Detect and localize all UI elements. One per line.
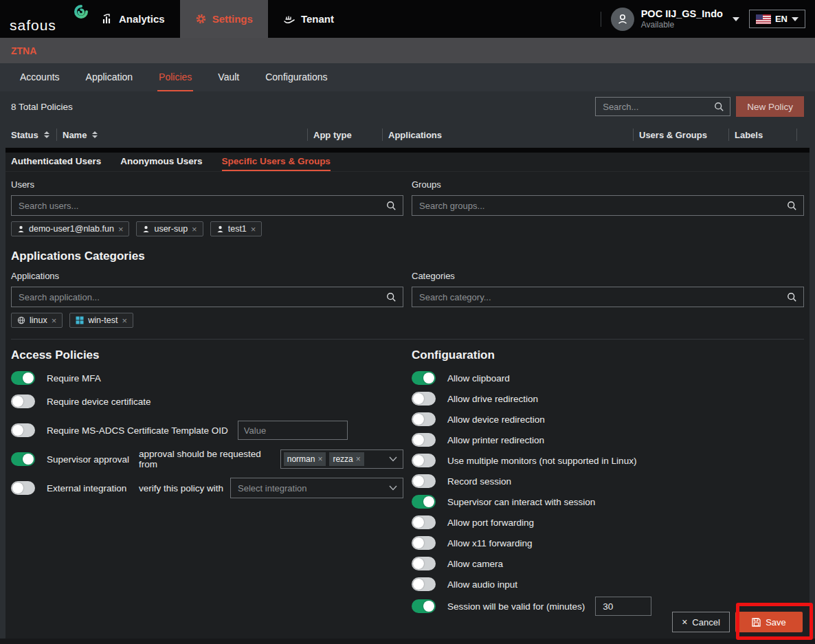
remove-chip-icon[interactable]: × xyxy=(52,316,57,325)
tab-anonymous-users[interactable]: Anonymous Users xyxy=(120,153,202,171)
groups-search-input[interactable] xyxy=(412,201,803,211)
toggle-allow-clipboard[interactable] xyxy=(412,371,436,385)
new-policy-button[interactable]: New Policy xyxy=(736,96,804,117)
remove-chip-icon[interactable]: × xyxy=(317,454,322,464)
config-row-record-session: Record session xyxy=(412,473,804,489)
language-selector[interactable]: EN xyxy=(749,10,805,28)
nav-tenant[interactable]: Tenant xyxy=(268,0,349,38)
save-button[interactable]: Save xyxy=(735,612,803,632)
configuration-column: Configuaration Allow clipboard Allow dri… xyxy=(412,340,804,620)
hand-icon xyxy=(283,13,295,25)
sort-icon xyxy=(44,131,49,138)
nav-settings[interactable]: Settings xyxy=(180,0,268,38)
subnav-tab-vault[interactable]: Vault xyxy=(216,63,241,91)
groups-label: Groups xyxy=(412,179,804,190)
chevron-down-icon xyxy=(792,17,799,21)
chevron-down-icon[interactable] xyxy=(733,17,739,21)
panel-top-strip xyxy=(5,148,810,153)
toggle-x11-forwarding[interactable] xyxy=(412,536,436,550)
column-separator xyxy=(796,129,797,141)
gear-icon xyxy=(195,13,207,25)
panel-content: Users demo-user1@nlab.fu xyxy=(5,172,810,620)
supervisor-chip: rezza × xyxy=(329,452,364,466)
toggle-allow-audio-input[interactable] xyxy=(412,577,436,591)
policy-row-supervisor-approval: Supervisor approval approval should be r… xyxy=(11,445,403,473)
sort-icon xyxy=(92,131,98,138)
toggle-require-mfa[interactable] xyxy=(11,371,35,385)
cancel-button[interactable]: × Cancel xyxy=(672,612,730,632)
user-chips: demo-user1@nlab.fun × user-sup × xyxy=(11,221,403,236)
users-search-input[interactable] xyxy=(12,201,403,211)
policies-toolbar: 8 Total Policies New Policy xyxy=(0,91,815,122)
remove-chip-icon[interactable]: × xyxy=(122,316,127,325)
subnav-tab-policies[interactable]: Policies xyxy=(157,63,193,91)
column-separator xyxy=(307,129,308,141)
toggle-session-valid[interactable] xyxy=(412,599,436,613)
toggle-allow-drive-redirection[interactable] xyxy=(412,392,436,406)
remove-chip-icon[interactable]: × xyxy=(192,225,197,234)
navbar-right: POC IIJ_GS_Indo Available EN xyxy=(601,0,815,38)
avatar[interactable] xyxy=(611,8,634,31)
toggle-supervisor-interact[interactable] xyxy=(412,495,436,509)
tab-authenticated-users[interactable]: Authenticated Users xyxy=(11,153,101,171)
toggle-external-integration[interactable] xyxy=(11,481,35,495)
toggle-ms-adcs[interactable] xyxy=(11,423,35,437)
session-minutes-input[interactable] xyxy=(595,597,651,616)
column-labels: Labels xyxy=(735,130,791,140)
nav-label: Tenant xyxy=(301,13,334,25)
total-policies-label: 8 Total Policies xyxy=(11,102,73,112)
column-separator xyxy=(382,129,383,141)
user-chip: test1 × xyxy=(210,221,263,236)
policy-editor-panel: Authenticated Users Anonymous Users Spec… xyxy=(5,148,810,639)
toggle-allow-camera[interactable] xyxy=(412,557,436,570)
policy-row-ms-adcs: Require MS-ADCS Certificate Template OID xyxy=(11,417,403,444)
remove-chip-icon[interactable]: × xyxy=(356,454,361,464)
config-row-x11-forwarding: Allow x11 forwarding xyxy=(412,535,804,551)
brand-logo[interactable]: safous xyxy=(0,0,87,38)
subnav-tab-application[interactable]: Application xyxy=(85,63,135,91)
toggle-record-session[interactable] xyxy=(412,474,436,488)
toggle-port-forwarding[interactable] xyxy=(412,515,436,529)
policies-search xyxy=(595,97,730,116)
applications-search-input[interactable] xyxy=(12,292,403,302)
column-users-groups: Users & Groups xyxy=(639,130,723,140)
user-menu[interactable]: POC IIJ_GS_Indo Available xyxy=(641,8,723,30)
toggle-device-certificate[interactable] xyxy=(11,395,35,408)
configuration-heading: Configuaration xyxy=(412,348,804,362)
supervisor-multiselect[interactable]: norman × rezza × xyxy=(280,449,403,469)
person-icon xyxy=(216,225,224,233)
tab-specific-users-groups[interactable]: Specific Users & Groups xyxy=(222,153,331,171)
chevron-down-icon xyxy=(389,485,397,491)
remove-chip-icon[interactable]: × xyxy=(118,225,124,234)
panel-footer: × Cancel Save xyxy=(672,612,803,632)
module-bar: ZTNA xyxy=(0,38,815,63)
ms-adcs-oid-input[interactable] xyxy=(238,421,348,440)
integration-select[interactable]: Select integration xyxy=(230,478,403,498)
subnav-tab-accounts[interactable]: Accounts xyxy=(19,63,61,91)
users-column: Users demo-user1@nlab.fu xyxy=(11,172,403,236)
toggle-allow-device-redirection[interactable] xyxy=(412,412,436,426)
person-icon xyxy=(142,225,150,233)
subnav-tab-configurations[interactable]: Configurations xyxy=(264,63,328,91)
categories-search-input[interactable] xyxy=(412,292,803,302)
column-separator xyxy=(56,129,57,141)
config-row-multiple-monitors: Use multiple monitors (not supported in … xyxy=(412,452,804,469)
search-icon xyxy=(787,292,797,302)
toggle-supervisor-approval[interactable] xyxy=(11,452,35,466)
close-icon: × xyxy=(682,617,687,627)
column-status[interactable]: Status xyxy=(11,130,51,140)
user-chip: demo-user1@nlab.fun × xyxy=(11,221,129,236)
page: safous Analytics Settings Tenant xyxy=(0,0,815,644)
search-icon xyxy=(386,201,397,211)
globe-icon xyxy=(17,316,25,324)
remove-chip-icon[interactable]: × xyxy=(251,225,256,234)
categories-label: Categories xyxy=(412,271,804,281)
bar-chart-icon xyxy=(102,13,113,25)
search-icon xyxy=(787,201,797,211)
column-name[interactable]: Name xyxy=(63,130,302,140)
policy-row-require-mfa: Require MFA xyxy=(11,370,403,386)
users-search xyxy=(11,195,403,216)
toggle-multiple-monitors[interactable] xyxy=(412,454,436,467)
toggle-allow-printer-redirection[interactable] xyxy=(412,433,436,447)
nav-analytics[interactable]: Analytics xyxy=(87,0,180,38)
